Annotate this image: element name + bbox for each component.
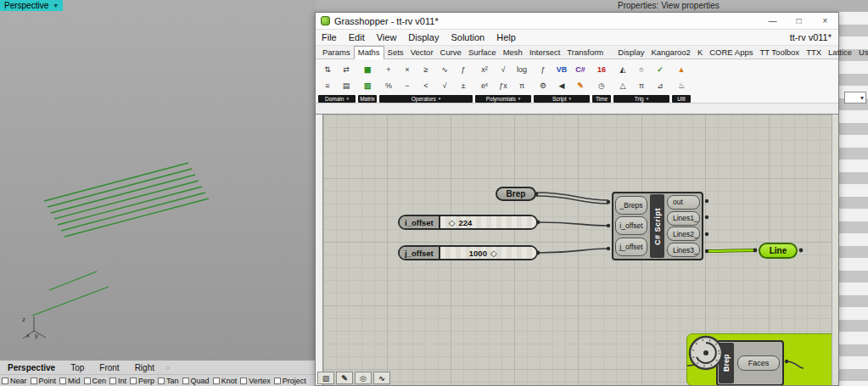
square-root-icon[interactable]: √	[494, 61, 512, 77]
similarity-icon[interactable]: ∿	[435, 61, 454, 77]
pi-icon[interactable]: π	[512, 77, 531, 93]
canvas-scrollbar[interactable]	[832, 115, 838, 385]
group-label-matrix[interactable]: Matrix	[358, 95, 377, 103]
checkbox[interactable]	[59, 378, 66, 384]
osnap-tan[interactable]: Tan	[158, 377, 179, 385]
csharp-script-icon[interactable]: C#	[571, 61, 590, 77]
output-lines2[interactable]: Lines2_	[667, 227, 700, 241]
slider-grip[interactable]: ◇	[449, 218, 456, 227]
checkbox[interactable]	[84, 378, 91, 384]
properties-dropdown[interactable]: ▾	[844, 92, 866, 103]
tab-maths[interactable]: Maths	[354, 46, 384, 59]
checkbox[interactable]	[213, 378, 220, 384]
clock-icon[interactable]: ◷	[592, 77, 611, 93]
subtract-icon[interactable]: −	[398, 77, 417, 93]
slider-i-offset[interactable]: i_offset ◇ 224	[398, 215, 538, 230]
domain-icon[interactable]: ▤	[337, 77, 356, 93]
dial-knob[interactable]	[687, 334, 725, 372]
root-icon[interactable]: √	[435, 77, 454, 93]
brep-faces-component[interactable]: Brep Faces	[716, 340, 784, 385]
util-icon[interactable]: ♨	[672, 77, 691, 93]
matrix-icon[interactable]: ▥	[358, 77, 377, 93]
close-button[interactable]: ×	[812, 13, 838, 29]
group-label-polynomials[interactable]: Polynomials▾	[475, 95, 531, 103]
output-lines1[interactable]: Lines1_	[667, 211, 700, 226]
expression-icon[interactable]: ƒ	[534, 61, 552, 77]
group-label-time[interactable]: Time	[592, 95, 611, 103]
function-icon[interactable]: ƒx	[494, 77, 512, 93]
menu-solution[interactable]: Solution	[445, 32, 490, 42]
osnap-int[interactable]: Int	[109, 377, 126, 385]
circle-icon[interactable]: ○	[632, 61, 651, 77]
tab-transform[interactable]: Transform	[563, 47, 607, 59]
menu-help[interactable]: Help	[490, 32, 522, 42]
input-breps[interactable]: _Breps	[615, 196, 647, 215]
line-param[interactable]: Line	[759, 243, 798, 259]
output-out[interactable]: out	[667, 195, 700, 210]
group-label-domain[interactable]: Domain▾	[318, 95, 356, 103]
osnap-cen[interactable]: Cen	[84, 377, 107, 385]
modulus-icon[interactable]: %	[379, 77, 398, 93]
osnap-knot[interactable]: Knot	[213, 377, 238, 385]
viewport-tab-front[interactable]: Front	[92, 363, 126, 372]
grasshopper-canvas[interactable]: Brep i_offset ◇ 224 j_offset 1000 ◇ _Bre…	[322, 115, 838, 385]
tab-sets[interactable]: Sets	[384, 47, 407, 59]
viewport-link-icon[interactable]: ○	[165, 364, 170, 372]
magnifier-icon[interactable]: ◎	[355, 372, 372, 384]
checkbox[interactable]	[158, 378, 165, 384]
flame-icon[interactable]: ▲	[672, 61, 691, 77]
edit-icon[interactable]: ✎	[571, 77, 590, 93]
viewport-tab-perspective[interactable]: Perspective	[0, 363, 63, 372]
tab-kangaroo2[interactable]: Kangaroo2	[647, 47, 693, 59]
grasshopper-titlebar[interactable]: Grasshopper - tt-rv v011* — □ ×	[316, 13, 838, 30]
log-icon[interactable]: log	[512, 61, 531, 77]
checkbox[interactable]	[31, 378, 37, 384]
tab-mesh[interactable]: Mesh	[500, 47, 526, 59]
greater-equal-icon[interactable]: ≥	[417, 61, 435, 77]
triangle-icon[interactable]: ◭	[613, 61, 632, 77]
checkbox[interactable]	[2, 378, 8, 384]
viewport-title[interactable]: Perspective ▼	[0, 0, 63, 11]
sketch-icon[interactable]: ▧	[317, 372, 334, 384]
paint-icon[interactable]: ✎	[336, 372, 353, 384]
group-label-util[interactable]: Util	[672, 95, 691, 103]
input-j-offset[interactable]: j_offset	[615, 238, 647, 256]
brep-param[interactable]: Brep	[496, 187, 536, 201]
tab-vector[interactable]: Vector	[407, 47, 437, 59]
tab-curve[interactable]: Curve	[437, 47, 465, 59]
group-label-script[interactable]: Script▾	[534, 95, 590, 103]
menu-edit[interactable]: Edit	[343, 32, 371, 42]
rhino-viewport[interactable]: Perspective ▼ z x y	[0, 0, 316, 360]
component-group[interactable]: Brep Faces	[686, 333, 838, 385]
csharp-script-component[interactable]: _Breps i_offset j_offset C# Script out L…	[612, 192, 703, 260]
tab-ttx[interactable]: TTX	[803, 47, 825, 59]
exponent-icon[interactable]: eˣ	[475, 77, 494, 93]
checkbox[interactable]	[109, 378, 116, 384]
osnap-perp[interactable]: Perp	[130, 377, 154, 385]
slider-grip[interactable]: ◇	[490, 249, 497, 258]
add-icon[interactable]: +	[379, 61, 398, 77]
matrix-icon[interactable]: ▦	[358, 61, 377, 77]
tab-k[interactable]: K	[694, 47, 706, 59]
checkbox[interactable]	[182, 378, 189, 384]
tab-lattice[interactable]: Lattice	[825, 47, 855, 59]
menu-display[interactable]: Display	[402, 32, 445, 42]
osnap-mid[interactable]: Mid	[59, 377, 81, 385]
checkbox[interactable]	[274, 378, 281, 384]
domain-icon[interactable]: ⇅	[318, 61, 337, 77]
tab-intersect[interactable]: Intersect	[526, 47, 563, 59]
hex-icon[interactable]: 16	[592, 61, 611, 77]
output-faces[interactable]: Faces	[737, 355, 780, 371]
vb-script-icon[interactable]: VB	[552, 61, 571, 77]
group-label-trig[interactable]: Trig▾	[613, 95, 669, 103]
checkbox[interactable]	[240, 378, 247, 384]
check-icon[interactable]: ✓	[651, 61, 669, 77]
script-name-bar[interactable]: C# Script	[650, 194, 664, 258]
pi-icon[interactable]: π	[632, 77, 651, 93]
negative-icon[interactable]: ±	[454, 77, 473, 93]
osnap-quad[interactable]: Quad	[182, 377, 210, 385]
tab-params[interactable]: Params	[319, 47, 354, 59]
input-i-offset[interactable]: i_offset	[615, 216, 647, 235]
tab-display[interactable]: Display	[614, 47, 647, 59]
minimize-button[interactable]: —	[759, 13, 786, 29]
